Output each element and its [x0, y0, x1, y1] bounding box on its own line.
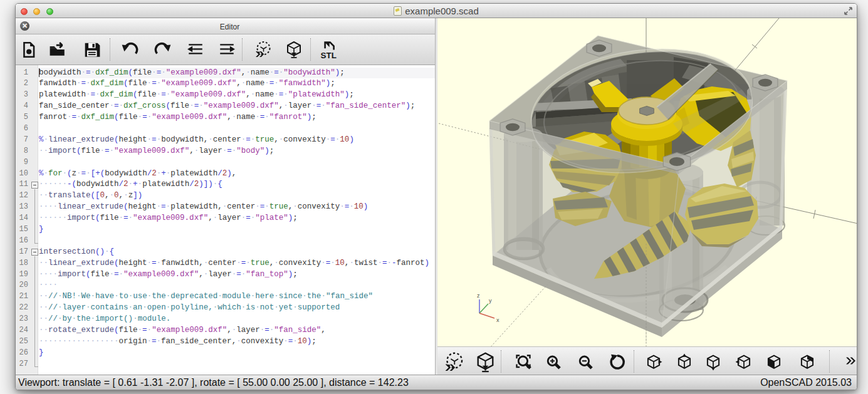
svg-text:y: y [489, 298, 492, 304]
svg-text:z: z [477, 293, 480, 299]
svg-text:x: x [496, 317, 499, 323]
svg-text:STL: STL [321, 50, 337, 60]
